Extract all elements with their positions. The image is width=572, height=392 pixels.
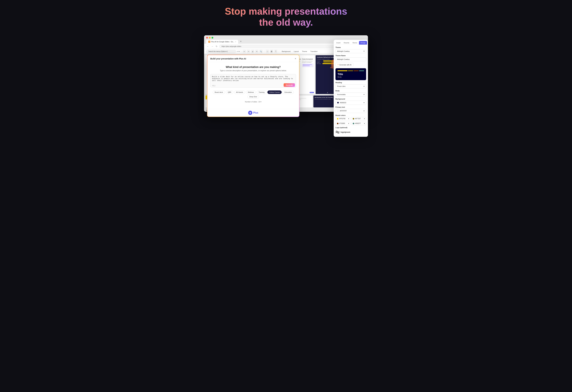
- ceo-col2: Product Development New product launches…: [302, 59, 314, 69]
- ceo-col2-text: New product launches are on track for Q4…: [302, 61, 314, 63]
- brand-colors-label: Brand colors: [335, 114, 366, 116]
- hero-line1: Stop making presentations: [225, 6, 347, 17]
- count-chevron[interactable]: ▾: [261, 101, 261, 103]
- tab-remix[interactable]: Remix: [351, 41, 359, 45]
- divider2: [264, 50, 264, 53]
- slides-count: Number of slides 10 ▾: [210, 101, 296, 103]
- tab-close-icon[interactable]: ×: [235, 41, 236, 43]
- maximize-dot[interactable]: [211, 37, 213, 39]
- bg-label: Background: [335, 98, 366, 100]
- body-dropdown[interactable]: Inconsolata ▾: [335, 93, 366, 97]
- heading-dropdown[interactable]: Proza Libre ▾: [335, 84, 366, 88]
- sparkle-icon: ✦: [337, 64, 339, 66]
- paint-button[interactable]: ✏: [255, 50, 258, 53]
- slides-search[interactable]: Search the menus (Option+/): [206, 50, 236, 53]
- back-button[interactable]: ←: [206, 45, 209, 48]
- panel-content: Theme Midnight Cowboy ▾ Theme Name ✦ Gen…: [334, 45, 368, 137]
- dialog-question: What kind of presentation are you making…: [210, 65, 296, 69]
- minimize-dot[interactable]: [209, 37, 211, 39]
- toolbar-plus[interactable]: +: [237, 50, 238, 52]
- redo-button[interactable]: ↪: [247, 50, 250, 53]
- chip-webinar[interactable]: Webinar: [246, 90, 256, 94]
- swatch-1-chevron: ▾: [348, 118, 349, 119]
- generate-button[interactable]: Generate: [284, 83, 295, 87]
- pt-value-row: #FFFFFF: [337, 110, 347, 112]
- shape-button[interactable]: □: [266, 50, 269, 53]
- layout-menu[interactable]: Layout: [293, 50, 300, 53]
- reload-button[interactable]: ↻: [215, 45, 218, 48]
- heading-label: Heading: [335, 82, 366, 83]
- ceo-preview: [302, 64, 314, 67]
- toolbar-chevron[interactable]: ▾: [239, 50, 239, 52]
- hero-line2: the old way.: [259, 17, 313, 28]
- bg-chevron-icon: ▾: [364, 102, 365, 104]
- presentation-input[interactable]: [210, 74, 296, 87]
- text-button[interactable]: T: [274, 50, 277, 53]
- theme-menu[interactable]: Theme: [301, 50, 308, 53]
- dialog-close-button[interactable]: ×: [295, 57, 296, 60]
- swatch-1-dot: [337, 118, 339, 120]
- main-container: P Plus AI for Google Slides - Go... × + …: [204, 35, 368, 112]
- textarea-wrapper: 4812 Generate: [210, 74, 296, 88]
- plus-badge-ceo: Plus AI: [310, 92, 314, 93]
- plus-icon: ⊕: [248, 111, 252, 115]
- new-tab-button[interactable]: +: [239, 40, 243, 44]
- url-bar[interactable]: https://plus.ai/google-slides: [219, 45, 353, 48]
- theme-name-input[interactable]: [335, 57, 366, 61]
- brand-colors-row2: #733000 ▾ #458377 ▾: [335, 122, 366, 125]
- chip-row: Board deck QBR All Hands Webinar Trainin…: [210, 90, 296, 98]
- brand-color-4[interactable]: #458377 ▾: [351, 122, 366, 125]
- swatch-3-dot: [337, 123, 339, 124]
- browser-dots: [206, 37, 366, 39]
- tab-insert[interactable]: Insert: [335, 41, 342, 45]
- build-dialog: Build your presentation with Plus AI × W…: [207, 55, 299, 117]
- dialog-title: Build your presentation with Plus AI: [210, 58, 246, 60]
- slides-count-value[interactable]: 10 ▾: [258, 101, 261, 103]
- divider3: [279, 50, 279, 53]
- bar-teal: [359, 70, 364, 71]
- pt-value-text: #FFFFFF: [340, 110, 347, 112]
- chip-education[interactable]: Education: [283, 90, 294, 94]
- brand-color-1[interactable]: #FFD700 ▾: [335, 117, 350, 120]
- brand-color-3[interactable]: #733000 ▾: [335, 122, 350, 125]
- preview-body: Body: [337, 76, 364, 78]
- close-dot[interactable]: [206, 37, 208, 39]
- theme-label: Theme: [335, 47, 366, 48]
- generate-ai-button[interactable]: ✦ Generate with AI: [335, 63, 353, 67]
- print-button[interactable]: 🖨: [251, 50, 254, 53]
- swatch-4-chevron: ▾: [364, 123, 365, 124]
- tab-label: Plus AI for Google Slides - Go...: [211, 41, 234, 43]
- design-panel: Insert Rewrite Remix Design Theme Midnig…: [334, 40, 368, 137]
- brand-color-2[interactable]: #877207 ▾: [351, 117, 366, 120]
- dialog-subtitle: Type a concise description of your prese…: [210, 70, 296, 72]
- dialog-body: What kind of presentation are you making…: [207, 62, 299, 109]
- chip-qbr[interactable]: QBR: [226, 90, 233, 94]
- chip-training[interactable]: Training: [257, 90, 266, 94]
- background-menu[interactable]: Background: [281, 50, 292, 53]
- pt-swatch: [337, 110, 339, 112]
- dialog-container: Build your presentation with Plus AI × W…: [204, 52, 368, 120]
- chip-all-hands[interactable]: All Hands: [234, 90, 245, 94]
- forward-button[interactable]: →: [211, 45, 214, 48]
- swatch-3-label: #733000: [339, 123, 345, 124]
- chip-online-course[interactable]: Online Course: [267, 90, 282, 94]
- bg-dropdown[interactable]: #000033 ▾: [335, 101, 366, 105]
- image-button[interactable]: 🖼: [270, 50, 273, 53]
- primary-text-dropdown[interactable]: #FFFFFF ▾: [335, 109, 366, 113]
- dialog-footer: ⊕ Plus: [207, 109, 299, 117]
- undo-button[interactable]: ↩: [243, 50, 246, 53]
- swatch-3-chevron: ▾: [348, 123, 349, 124]
- chip-board-deck[interactable]: Board deck: [213, 90, 225, 94]
- logo-text: logoipsum: [341, 131, 350, 133]
- swatch-1-label: #FFD700: [339, 118, 345, 119]
- tab-design[interactable]: Design: [359, 41, 367, 45]
- bar-gold: [337, 70, 347, 71]
- tab-rewrite[interactable]: Rewrite: [342, 41, 351, 45]
- zoom-button[interactable]: 🔍: [259, 50, 263, 53]
- theme-dropdown[interactable]: Midnight Cowboy ▾: [335, 49, 366, 53]
- ceo-p-l2: [303, 65, 310, 66]
- transition-menu[interactable]: Transition: [309, 50, 319, 53]
- active-tab[interactable]: P Plus AI for Google Slides - Go... ×: [206, 40, 238, 44]
- swatch-2-label: #877207: [355, 118, 361, 119]
- chip-deep-dive[interactable]: Deep Dive: [247, 95, 259, 98]
